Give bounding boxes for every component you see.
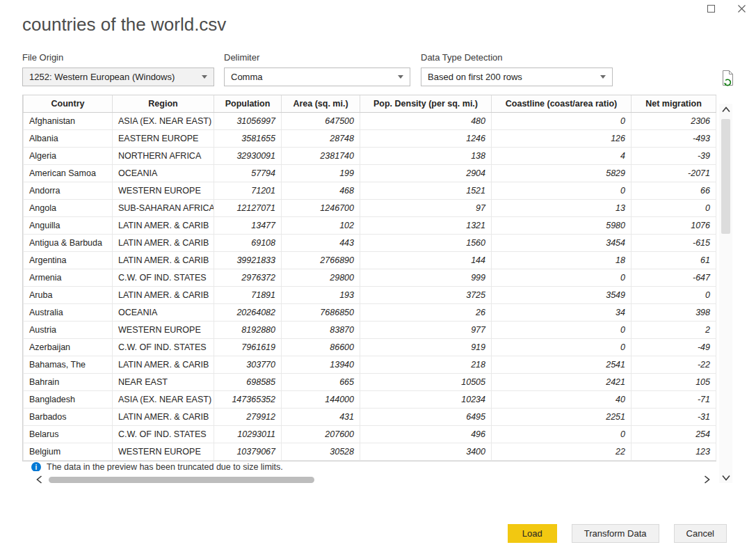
horizontal-scrollbar[interactable]	[22, 473, 716, 488]
horizontal-scroll-thumb[interactable]	[49, 477, 314, 483]
table-cell: 13	[492, 200, 632, 217]
table-cell: 2251	[492, 409, 632, 426]
table-cell: 199	[282, 165, 360, 182]
refresh-preview-button[interactable]	[721, 70, 736, 86]
table-cell: 3454	[492, 235, 632, 252]
data-type-detection-dropdown[interactable]: Based on first 200 rows	[421, 68, 613, 86]
table-cell: 1246700	[282, 200, 360, 217]
table-cell: Belarus	[24, 426, 113, 443]
table-cell: 123	[632, 443, 716, 461]
column-header: Population	[214, 95, 282, 113]
table-cell: 10505	[360, 374, 492, 391]
table-cell: Belgium	[24, 443, 113, 461]
file-origin-dropdown[interactable]: 1252: Western European (Windows)	[22, 68, 214, 86]
table-cell: ASIA (EX. NEAR EAST)	[113, 391, 214, 409]
column-header: Country	[24, 95, 113, 113]
table-cell: 431	[282, 409, 360, 426]
delimiter-setting: Delimiter Comma	[224, 52, 410, 86]
table-cell: 69108	[214, 235, 282, 252]
table-cell: 13477	[214, 217, 282, 235]
table-cell: -31	[632, 409, 716, 426]
table-cell: LATIN AMER. & CARIB	[113, 217, 214, 235]
table-cell: 18	[492, 252, 632, 269]
delimiter-dropdown[interactable]: Comma	[224, 68, 410, 86]
scroll-up-icon[interactable]	[719, 104, 732, 115]
table-cell: 2	[632, 322, 716, 339]
table-cell: 105	[632, 374, 716, 391]
table-cell: NEAR EAST	[113, 374, 214, 391]
table-row: BahrainNEAR EAST698585665105052421105	[24, 374, 716, 391]
table-cell: 4	[492, 148, 632, 165]
table-row: ArgentinaLATIN AMER. & CARIB399218332766…	[24, 252, 716, 269]
data-preview: CountryRegionPopulationArea (sq. mi.)Pop…	[22, 95, 732, 488]
table-cell: Argentina	[24, 252, 113, 269]
table-cell: 480	[360, 113, 492, 130]
table-cell: 5829	[492, 165, 632, 182]
load-button[interactable]: Load	[508, 524, 557, 543]
table-cell: Bahamas, The	[24, 356, 113, 374]
vertical-scrollbar[interactable]	[719, 104, 732, 483]
table-cell: Bangladesh	[24, 391, 113, 409]
preview-truncated-note: i The data in the preview has been trunc…	[22, 461, 716, 471]
scroll-right-icon[interactable]	[701, 474, 712, 485]
table-cell: 443	[282, 235, 360, 252]
table-cell: 1560	[360, 235, 492, 252]
table-cell: 647500	[282, 113, 360, 130]
table-cell: -493	[632, 130, 716, 148]
scroll-down-icon[interactable]	[719, 472, 732, 483]
table-cell: 0	[632, 287, 716, 304]
table-cell: -22	[632, 356, 716, 374]
table-cell: Aruba	[24, 287, 113, 304]
table-cell: -71	[632, 391, 716, 409]
table-cell: 31056997	[214, 113, 282, 130]
table-cell: 2381740	[282, 148, 360, 165]
table-cell: LATIN AMER. & CARIB	[113, 356, 214, 374]
column-header: Area (sq. mi.)	[282, 95, 360, 113]
table-cell: 28748	[282, 130, 360, 148]
maximize-button[interactable]	[706, 3, 716, 13]
close-button[interactable]	[737, 3, 746, 13]
table-cell: NORTHERN AFRICA	[113, 148, 214, 165]
table-row: AustraliaOCEANIA2026408276868502634398	[24, 304, 716, 322]
table-cell: 3581655	[214, 130, 282, 148]
table-cell: American Samoa	[24, 165, 113, 182]
table-cell: 57794	[214, 165, 282, 182]
table-row: BelarusC.W. OF IND. STATES10293011207600…	[24, 426, 716, 443]
chevron-down-icon	[202, 75, 207, 79]
transform-data-button[interactable]: Transform Data	[572, 524, 659, 543]
table-cell: 10293011	[214, 426, 282, 443]
table-cell: 144	[360, 252, 492, 269]
vertical-scroll-thumb[interactable]	[721, 119, 730, 234]
table-row: ArmeniaC.W. OF IND. STATES29763722980099…	[24, 269, 716, 287]
table-cell: 144000	[282, 391, 360, 409]
table-cell: 26	[360, 304, 492, 322]
chevron-down-icon	[600, 75, 606, 79]
table-row: BangladeshASIA (EX. NEAR EAST)1473653521…	[24, 391, 716, 409]
preview-table-container: CountryRegionPopulationArea (sq. mi.)Pop…	[22, 95, 716, 461]
table-cell: 279912	[214, 409, 282, 426]
table-cell: OCEANIA	[113, 304, 214, 322]
table-cell: 13940	[282, 356, 360, 374]
table-cell: -647	[632, 269, 716, 287]
table-cell: LATIN AMER. & CARIB	[113, 235, 214, 252]
table-cell: Bahrain	[24, 374, 113, 391]
table-cell: 2306	[632, 113, 716, 130]
table-header-row: CountryRegionPopulationArea (sq. mi.)Pop…	[24, 95, 716, 113]
table-cell: LATIN AMER. & CARIB	[113, 287, 214, 304]
table-row: AnguillaLATIN AMER. & CARIB1347710213215…	[24, 217, 716, 235]
table-row: AfghanistanASIA (EX. NEAR EAST)310569976…	[24, 113, 716, 130]
table-cell: C.W. OF IND. STATES	[113, 339, 214, 356]
table-cell: 398	[632, 304, 716, 322]
table-cell: 919	[360, 339, 492, 356]
table-cell: 2541	[492, 356, 632, 374]
scroll-left-icon[interactable]	[33, 474, 45, 485]
table-cell: 7686850	[282, 304, 360, 322]
table-row: ArubaLATIN AMER. & CARIB7189119337253549…	[24, 287, 716, 304]
cancel-button[interactable]: Cancel	[674, 524, 727, 543]
table-cell: 2421	[492, 374, 632, 391]
table-cell: 3549	[492, 287, 632, 304]
data-type-detection-label: Data Type Detection	[421, 52, 613, 63]
table-cell: 126	[492, 130, 632, 148]
table-cell: 0	[492, 426, 632, 443]
table-cell: 999	[360, 269, 492, 287]
